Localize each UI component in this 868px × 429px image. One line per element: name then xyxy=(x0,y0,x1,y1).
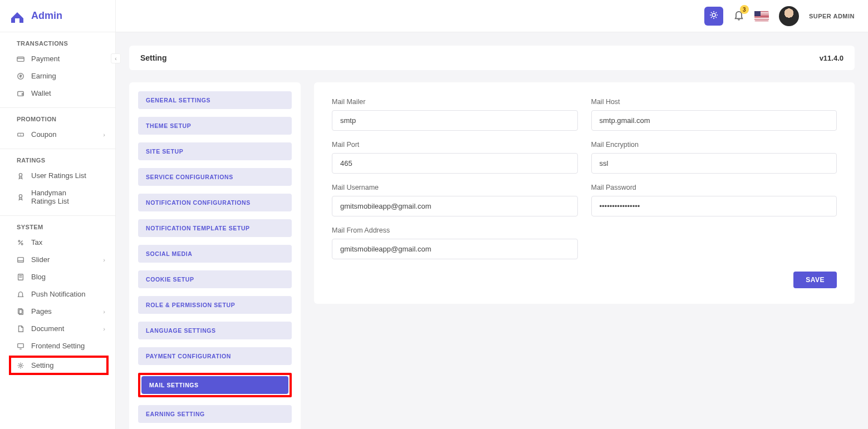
sidebar: Admin TRANSACTIONS Payment Earning Walle… xyxy=(0,0,116,429)
sidebar-item-user-ratings[interactable]: User Ratings List xyxy=(0,167,115,184)
sidebar-item-payment[interactable]: Payment xyxy=(0,50,115,67)
user-name[interactable]: SUPER ADMIN xyxy=(809,13,855,19)
sidebar-item-label: Blog xyxy=(31,273,46,281)
sidebar-item-label: Push Notification xyxy=(31,290,86,298)
input-mail-username[interactable] xyxy=(332,196,578,216)
form-actions: SAVE xyxy=(332,272,837,288)
sidebar-item-label: Slider xyxy=(31,255,50,264)
sidebar-item-label: Payment xyxy=(31,55,60,63)
chevron-right-icon: › xyxy=(103,308,105,315)
sidebar-item-coupon[interactable]: Coupon › xyxy=(0,126,115,143)
input-mail-from[interactable] xyxy=(332,239,578,259)
sidebar-header: Admin xyxy=(0,0,115,32)
nav-section-title: SYSTEM xyxy=(0,216,115,234)
language-flag-button[interactable] xyxy=(754,11,769,21)
tab-site-setup[interactable]: SITE SETUP xyxy=(138,142,292,160)
svg-point-21 xyxy=(712,13,715,17)
save-button[interactable]: SAVE xyxy=(793,272,837,288)
input-mail-password[interactable] xyxy=(591,196,837,216)
input-mail-encryption[interactable] xyxy=(591,153,837,174)
page-header: Setting v11.4.0 xyxy=(129,46,855,70)
sidebar-item-document[interactable]: Document › xyxy=(0,320,115,337)
coupon-icon xyxy=(17,131,24,139)
sidebar-item-label: Pages xyxy=(31,307,52,315)
tab-theme-setup[interactable]: THEME SETUP xyxy=(138,117,292,135)
topbar: 3 SUPER ADMIN xyxy=(116,0,868,32)
sidebar-item-pages[interactable]: Pages › xyxy=(0,303,115,320)
theme-toggle-button[interactable] xyxy=(704,7,723,26)
sidebar-item-label: Handyman Ratings List xyxy=(31,189,92,205)
sidebar-item-label: Earning xyxy=(31,72,56,80)
label-mail-mailer: Mail Mailer xyxy=(332,98,578,106)
highlight-box: MAIL SETTINGS xyxy=(138,373,292,397)
badge-icon xyxy=(17,193,24,201)
monitor-icon xyxy=(17,342,24,350)
label-mail-from: Mail From Address xyxy=(332,226,578,234)
sidebar-item-handyman-ratings[interactable]: Handyman Ratings List xyxy=(0,184,115,210)
tab-cookie-setup[interactable]: COOKIE SETUP xyxy=(138,270,292,288)
wallet-icon xyxy=(17,90,24,97)
form-group-mail-from: Mail From Address xyxy=(332,226,578,259)
sidebar-item-frontend-setting[interactable]: Frontend Setting xyxy=(0,337,115,354)
sidebar-item-blog[interactable]: Blog xyxy=(0,268,115,285)
chevron-right-icon: › xyxy=(103,131,105,138)
sidebar-item-label: Coupon xyxy=(31,130,57,139)
nav-section-title: RATINGS xyxy=(0,149,115,167)
tab-mail-settings[interactable]: MAIL SETTINGS xyxy=(141,376,288,394)
card-icon xyxy=(17,55,24,63)
svg-point-7 xyxy=(19,195,22,198)
input-mail-host[interactable] xyxy=(591,110,837,131)
form-group-mail-password: Mail Password xyxy=(591,184,837,216)
chevron-right-icon: › xyxy=(103,257,105,263)
notification-badge: 3 xyxy=(740,5,749,14)
label-mail-port: Mail Port xyxy=(332,141,578,149)
nav-section-system: SYSTEM Tax Slider › Blog Push Notificati… xyxy=(0,216,115,382)
sidebar-item-label: Tax xyxy=(31,238,42,246)
tab-earning-setting[interactable]: EARNING SETTING xyxy=(138,405,292,423)
form-group-mail-username: Mail Username xyxy=(332,184,578,216)
sidebar-item-earning[interactable]: Earning xyxy=(0,67,115,85)
svg-point-10 xyxy=(21,243,23,245)
svg-rect-11 xyxy=(18,257,24,262)
svg-line-8 xyxy=(19,240,23,244)
svg-rect-0 xyxy=(17,57,24,61)
notification-button[interactable]: 3 xyxy=(733,9,744,22)
sidebar-item-label: Wallet xyxy=(31,89,51,97)
logo-icon xyxy=(9,8,26,24)
sidebar-item-label: Frontend Setting xyxy=(31,342,85,350)
gear-icon xyxy=(17,362,24,369)
tab-payment-configuration[interactable]: PAYMENT CONFIGURATION xyxy=(138,347,292,365)
chevron-right-icon: › xyxy=(103,326,105,332)
blog-icon xyxy=(17,273,24,281)
sidebar-item-wallet[interactable]: Wallet xyxy=(0,85,115,102)
nav-section-transactions: TRANSACTIONS Payment Earning Wallet xyxy=(0,32,115,108)
sidebar-item-setting[interactable]: Setting xyxy=(9,356,109,375)
dollar-icon xyxy=(17,72,24,80)
bell-icon xyxy=(17,290,24,298)
sidebar-item-push-notification[interactable]: Push Notification xyxy=(0,285,115,303)
avatar[interactable] xyxy=(779,6,799,26)
bell-icon xyxy=(733,13,744,22)
version-label: v11.4.0 xyxy=(820,54,844,62)
tab-language-settings[interactable]: LANGUAGE SETTINGS xyxy=(138,322,292,339)
nav-section-title: TRANSACTIONS xyxy=(0,32,115,50)
sidebar-item-label: Setting xyxy=(31,361,53,369)
sidebar-item-tax[interactable]: Tax xyxy=(0,234,115,251)
sidebar-collapse-button[interactable]: ‹ xyxy=(111,53,121,63)
tab-role-permission[interactable]: ROLE & PERMISSION SETUP xyxy=(138,296,292,314)
mail-settings-form: Mail Mailer Mail Host Mail Port Mail Enc… xyxy=(314,82,855,304)
svg-point-9 xyxy=(18,240,20,242)
sliders-icon xyxy=(17,256,24,264)
tab-social-media[interactable]: SOCIAL MEDIA xyxy=(138,245,292,263)
tab-notification-configurations[interactable]: NOTIFICATION CONFIGURATIONS xyxy=(138,194,292,211)
input-mail-mailer[interactable] xyxy=(332,110,578,131)
main-content: Setting v11.4.0 GENERAL SETTINGS THEME S… xyxy=(116,32,868,429)
input-mail-port[interactable] xyxy=(332,153,578,174)
form-group-mail-mailer: Mail Mailer xyxy=(332,98,578,131)
tab-general-settings[interactable]: GENERAL SETTINGS xyxy=(138,91,292,109)
tab-service-configurations[interactable]: SERVICE CONFIGURATIONS xyxy=(138,168,292,186)
pages-icon xyxy=(17,308,24,315)
page-title: Setting xyxy=(140,53,166,62)
tab-notification-template[interactable]: NOTIFICATION TEMPLATE SETUP xyxy=(138,219,292,237)
sidebar-item-slider[interactable]: Slider › xyxy=(0,251,115,268)
